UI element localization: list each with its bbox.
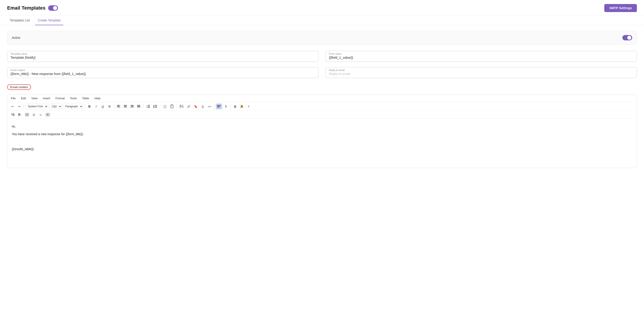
tabs-bar: Templates List Create Template (0, 16, 644, 26)
italic-button[interactable]: I (93, 104, 99, 109)
svg-point-20 (154, 105, 154, 106)
preview-button[interactable] (44, 112, 51, 118)
email-content-label: Email content (7, 84, 31, 90)
svg-rect-25 (155, 107, 157, 108)
svg-rect-31 (217, 105, 220, 106)
toolbar-row1: ↩ ↪ System Font 12pt Paragraph B I U S (7, 102, 637, 111)
editor-body[interactable]: Hi, You have received a new response for… (7, 119, 637, 168)
paragraph-select[interactable]: Paragraph (63, 104, 83, 109)
rtl-button[interactable] (216, 104, 222, 109)
svg-rect-37 (18, 114, 20, 114)
menu-bar: File Edit View Insert Format Tools Table… (7, 95, 637, 102)
svg-rect-1 (117, 106, 119, 106)
svg-rect-5 (124, 106, 126, 106)
bg-color-button[interactable]: A (239, 104, 244, 109)
align-right-button[interactable] (129, 104, 135, 109)
toggle-track (48, 5, 58, 11)
menu-tools[interactable]: Tools (69, 96, 78, 101)
redo-button[interactable]: ↪ (16, 104, 22, 109)
svg-rect-0 (117, 105, 120, 106)
active-row: Active (7, 31, 637, 45)
svg-rect-17 (148, 105, 150, 106)
svg-rect-39 (18, 115, 20, 116)
svg-rect-23 (155, 105, 157, 106)
page-title: Email Templates (7, 5, 46, 11)
show-blocks-button[interactable]: ¶ (223, 104, 229, 109)
active-label: Active (12, 36, 20, 40)
emoji-button[interactable]: ☺ (38, 112, 44, 118)
svg-point-21 (154, 106, 154, 107)
font-size-select[interactable]: 12pt (49, 104, 62, 109)
editor-line-3 (12, 139, 632, 145)
svg-rect-19 (148, 107, 150, 108)
svg-rect-40 (25, 113, 29, 116)
menu-view[interactable]: View (30, 96, 38, 101)
remove-format-button[interactable]: Ⅰ (246, 104, 251, 109)
editor-line-2: You have received a new response for {{f… (12, 132, 632, 137)
outdent-button[interactable] (10, 112, 16, 118)
from-name-input[interactable] (329, 56, 634, 59)
strikethrough-button[interactable]: S (106, 104, 112, 109)
template-name-label: Template name (10, 53, 315, 55)
svg-rect-24 (155, 106, 157, 107)
paste-text-button[interactable]: T (169, 104, 175, 109)
svg-rect-13 (137, 106, 140, 106)
menu-table[interactable]: Table (81, 96, 90, 101)
align-left-button[interactable] (116, 104, 122, 109)
menu-edit[interactable]: Edit (20, 96, 27, 101)
reply-to-field: Reply-to email (326, 67, 637, 78)
indent-button[interactable] (17, 112, 23, 118)
svg-rect-9 (131, 106, 134, 106)
svg-rect-32 (217, 106, 220, 106)
menu-file[interactable]: File (10, 96, 16, 101)
sep7 (214, 104, 214, 109)
ordered-list-button[interactable]: 1. (145, 104, 151, 109)
smtp-settings-button[interactable]: SMTP Settings (604, 4, 637, 12)
svg-rect-14 (137, 107, 140, 107)
template-name-input[interactable] (10, 56, 315, 59)
tab-templates-list[interactable]: Templates List (7, 16, 32, 25)
unordered-list-button[interactable] (152, 104, 158, 109)
menu-format[interactable]: Format (55, 96, 66, 101)
tab-create-template[interactable]: Create Template (35, 16, 63, 25)
toolbar-row2: Ω ☺ (7, 111, 637, 119)
align-justify-button[interactable] (136, 104, 142, 109)
image-button[interactable] (178, 104, 185, 109)
editor-container: File Edit View Insert Format Tools Table… (7, 94, 637, 168)
reply-to-input[interactable] (329, 72, 634, 76)
menu-insert[interactable]: Insert (42, 96, 51, 101)
reply-to-label: Reply-to email (329, 69, 634, 71)
bookmark-button[interactable]: 🔖 (193, 104, 199, 109)
toggle-thumb (53, 6, 57, 10)
svg-rect-33 (217, 107, 220, 107)
font-color-button[interactable]: A (232, 104, 238, 109)
active-toggle-thumb (627, 36, 631, 40)
sep2 (85, 104, 85, 109)
undo-button[interactable]: ↩ (10, 104, 16, 109)
code-block-button[interactable]: <> (206, 104, 212, 109)
special-char-button[interactable]: Ω (31, 112, 37, 118)
align-center-button[interactable] (122, 104, 128, 109)
active-toggle[interactable] (622, 35, 632, 40)
table-button[interactable] (24, 112, 30, 118)
svg-rect-4 (124, 105, 127, 106)
paste-button[interactable]: 📋 (162, 104, 168, 109)
code-inline-button[interactable]: {} (200, 104, 206, 109)
bold-button[interactable]: B (86, 104, 92, 109)
email-subject-input[interactable] (10, 72, 315, 76)
active-toggle-track (622, 35, 632, 40)
editor-line-4: {{results_table}} (12, 147, 632, 152)
svg-rect-8 (130, 105, 134, 106)
svg-point-22 (154, 107, 154, 108)
svg-rect-34 (12, 114, 14, 114)
svg-rect-18 (148, 106, 150, 107)
header-toggle[interactable] (48, 5, 58, 11)
header-left: Email Templates (7, 5, 58, 11)
menu-help[interactable]: Help (94, 96, 101, 101)
email-subject-label: Email subject (10, 69, 315, 71)
font-family-select[interactable]: System Font (26, 104, 48, 109)
underline-button[interactable]: U (100, 104, 106, 109)
sep6 (176, 104, 177, 109)
link-button[interactable]: 🔗 (186, 104, 192, 109)
sep8 (230, 104, 230, 109)
